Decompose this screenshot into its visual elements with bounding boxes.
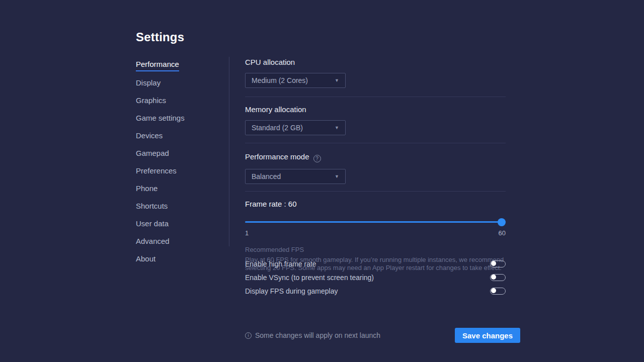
restart-notice: i Some changes will apply on next launch [245, 331, 380, 339]
sidebar-item-user-data[interactable]: User data [136, 219, 221, 230]
sidebar-divider [229, 57, 229, 246]
sidebar-item-gamepad[interactable]: Gamepad [136, 149, 221, 159]
enable-vsync-label: Enable VSync (to prevent screen tearing) [245, 274, 374, 282]
slider-min-label: 1 [245, 229, 249, 237]
performance-mode-label: Performance mode [245, 152, 309, 161]
enable-vsync-toggle[interactable] [490, 274, 506, 281]
sidebar-item-graphics[interactable]: Graphics [136, 96, 221, 107]
section-divider [245, 191, 506, 192]
sidebar-item-label: Phone [136, 184, 157, 195]
display-fps-toggle[interactable] [490, 288, 506, 295]
sidebar-item-label: Display [136, 78, 160, 89]
toggle-knob [491, 261, 496, 266]
toggle-knob [491, 288, 496, 293]
enable-vsync-row: Enable VSync (to prevent screen tearing) [245, 270, 506, 284]
frame-rate-label: Frame rate : 60 [245, 200, 506, 208]
sidebar-item-label: Devices [136, 131, 163, 142]
display-fps-row: Display FPS during gameplay [245, 284, 506, 298]
recommended-fps-title: Recommended FPS [245, 246, 506, 253]
display-fps-label: Display FPS during gameplay [245, 287, 338, 295]
cpu-allocation-label: CPU allocation [245, 58, 506, 66]
sidebar-item-advanced[interactable]: Advanced [136, 237, 221, 247]
memory-allocation-label: Memory allocation [245, 105, 506, 114]
chevron-down-icon: ▼ [335, 78, 339, 83]
cpu-allocation-select[interactable]: Medium (2 Cores) ▼ [245, 73, 346, 88]
slider-track [245, 221, 506, 223]
sidebar-item-devices[interactable]: Devices [136, 131, 221, 142]
info-icon: i [245, 332, 252, 339]
restart-notice-text: Some changes will apply on next launch [255, 331, 380, 339]
performance-mode-select[interactable]: Balanced ▼ [245, 169, 346, 184]
sidebar-item-preferences[interactable]: Preferences [136, 166, 221, 177]
settings-sidebar: Performance Display Graphics Game settin… [136, 60, 221, 272]
section-divider [245, 143, 506, 143]
sidebar-item-label: About [136, 254, 155, 265]
sidebar-item-shortcuts[interactable]: Shortcuts [136, 202, 221, 212]
sidebar-item-label: Preferences [136, 166, 177, 177]
sidebar-item-display[interactable]: Display [136, 78, 221, 89]
frame-rate-slider[interactable] [245, 218, 506, 226]
sidebar-item-label: Gamepad [136, 149, 169, 159]
enable-high-frame-rate-label: Enable high frame rate [245, 260, 316, 268]
chevron-down-icon: ▼ [335, 126, 339, 130]
enable-high-frame-rate-row: Enable high frame rate [245, 257, 506, 270]
sidebar-item-label: Game settings [136, 114, 185, 124]
sidebar-item-label: Advanced [136, 237, 170, 247]
cpu-allocation-section: CPU allocation Medium (2 Cores) ▼ [245, 58, 506, 88]
sidebar-item-label: Performance [136, 60, 179, 71]
slider-thumb[interactable] [498, 218, 506, 226]
performance-mode-value: Balanced [252, 172, 281, 180]
help-icon[interactable]: ? [313, 155, 321, 162]
toggle-options: Enable high frame rate Enable VSync (to … [245, 257, 506, 298]
sidebar-item-game-settings[interactable]: Game settings [136, 114, 221, 124]
section-divider [245, 97, 506, 97]
sidebar-item-about[interactable]: About [136, 254, 221, 265]
performance-mode-section: Performance mode? Balanced ▼ [245, 152, 506, 184]
chevron-down-icon: ▼ [335, 174, 339, 179]
save-changes-button[interactable]: Save changes [455, 328, 520, 343]
sidebar-item-performance[interactable]: Performance [136, 60, 221, 71]
toggle-knob [491, 275, 496, 280]
sidebar-item-label: Shortcuts [136, 202, 168, 212]
enable-high-frame-rate-toggle[interactable] [490, 260, 506, 267]
slider-max-label: 60 [499, 229, 506, 237]
memory-allocation-value: Standard (2 GB) [252, 124, 303, 132]
memory-allocation-select[interactable]: Standard (2 GB) ▼ [245, 120, 346, 135]
sidebar-item-label: User data [136, 219, 169, 230]
sidebar-item-label: Graphics [136, 96, 166, 107]
sidebar-item-phone[interactable]: Phone [136, 184, 221, 195]
cpu-allocation-value: Medium (2 Cores) [252, 76, 308, 84]
page-title: Settings [136, 30, 184, 44]
memory-allocation-section: Memory allocation Standard (2 GB) ▼ [245, 105, 506, 135]
